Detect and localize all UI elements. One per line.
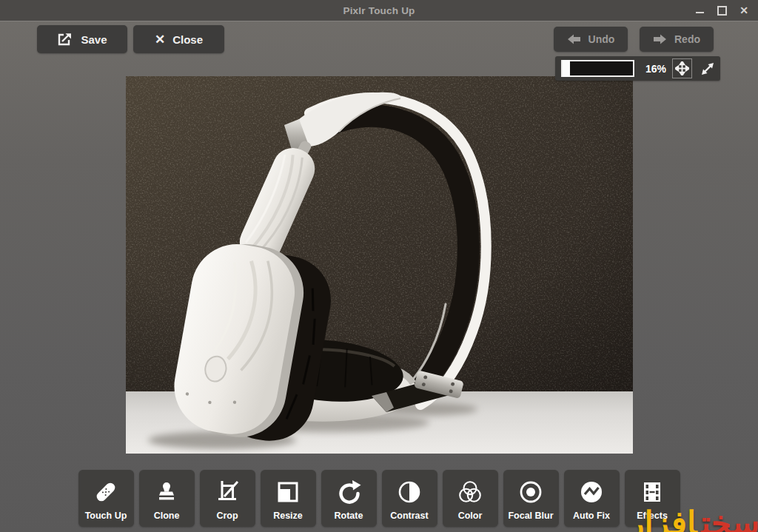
tool-focal-blur[interactable]: Focal Blur xyxy=(503,470,559,527)
tool-label: Rotate xyxy=(335,511,363,527)
redo-label: Redo xyxy=(674,33,700,45)
save-label: Save xyxy=(81,33,107,46)
tool-label: Auto Fix xyxy=(573,511,610,527)
zoom-slider-handle[interactable] xyxy=(563,60,570,77)
close-button[interactable]: ✕ Close xyxy=(133,25,224,53)
watermark-word-right: سخت xyxy=(701,505,758,532)
auto-fix-icon xyxy=(579,470,604,511)
minimize-button[interactable] xyxy=(694,5,705,16)
tool-label: Color xyxy=(458,511,483,527)
image-canvas[interactable] xyxy=(126,76,633,454)
tool-label: Contrast xyxy=(390,511,428,527)
zoom-slider[interactable] xyxy=(561,60,634,77)
pan-tool-button[interactable] xyxy=(672,58,692,78)
sakht-afzar-watermark: سختافزار xyxy=(628,507,758,532)
tool-label: Touch Up xyxy=(85,511,127,527)
zoom-level-value: 16% xyxy=(643,63,669,75)
redo-button[interactable]: Redo xyxy=(640,27,714,52)
headphones-photo xyxy=(126,76,633,454)
title-bar: Pixlr Touch Up ✕ xyxy=(0,0,758,21)
maximize-button[interactable] xyxy=(717,5,727,16)
window-close-icon: ✕ xyxy=(739,5,748,16)
maximize-icon xyxy=(717,6,727,16)
window-close-button[interactable]: ✕ xyxy=(739,5,749,16)
tool-contrast[interactable]: Contrast xyxy=(382,470,437,527)
bandage-icon xyxy=(93,470,119,511)
tool-touch-up[interactable]: Touch Up xyxy=(78,470,134,527)
color-circles-icon xyxy=(457,470,483,511)
close-x-icon: ✕ xyxy=(155,32,165,47)
tool-clone[interactable]: Clone xyxy=(139,470,195,527)
stamp-icon xyxy=(154,470,179,511)
tool-label: Clone xyxy=(154,511,180,527)
diagonal-expand-icon xyxy=(700,61,715,76)
focal-blur-icon xyxy=(518,470,543,511)
crop-icon xyxy=(215,470,240,511)
tool-crop[interactable]: Crop xyxy=(200,470,255,527)
tool-resize[interactable]: Resize xyxy=(261,470,316,527)
tool-label: Resize xyxy=(273,511,303,527)
tool-auto-fix[interactable]: Auto Fix xyxy=(564,470,620,527)
move-arrows-icon xyxy=(675,61,689,75)
undo-arrow-icon xyxy=(567,33,581,45)
close-label: Close xyxy=(172,33,203,46)
window-title: Pixlr Touch Up xyxy=(343,5,415,16)
tool-rotate[interactable]: Rotate xyxy=(321,470,377,527)
tool-label: Focal Blur xyxy=(508,511,553,527)
undo-button[interactable]: Undo xyxy=(554,27,628,52)
tool-color[interactable]: Color xyxy=(443,470,498,527)
contrast-icon xyxy=(397,470,422,511)
zoom-panel: 16% xyxy=(555,56,720,81)
export-icon xyxy=(57,32,73,47)
minimize-icon xyxy=(696,12,704,13)
fit-screen-button[interactable] xyxy=(698,59,717,78)
rotate-icon xyxy=(336,470,361,511)
undo-label: Undo xyxy=(588,33,615,45)
resize-icon xyxy=(275,470,301,511)
save-button[interactable]: Save xyxy=(37,25,127,53)
window-controls: ✕ xyxy=(694,0,749,21)
watermark-word-left: افزار xyxy=(628,505,697,532)
tool-label: Crop xyxy=(216,511,238,527)
redo-arrow-icon xyxy=(653,33,667,45)
